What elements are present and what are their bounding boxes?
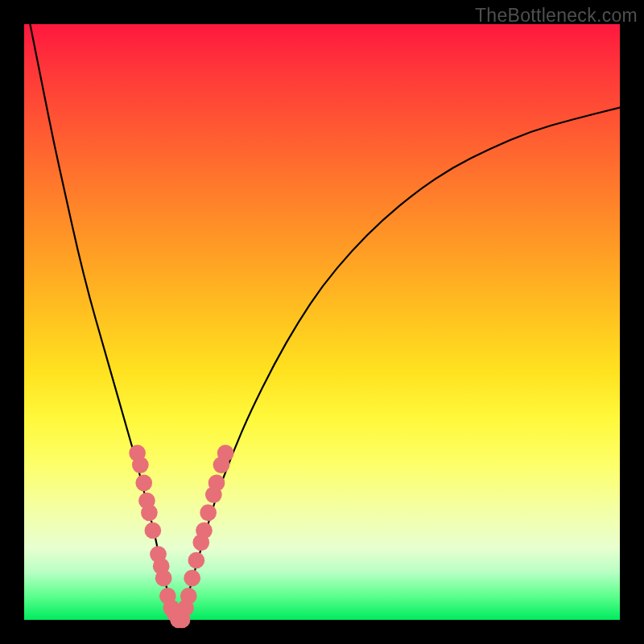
data-point xyxy=(184,570,200,587)
data-point xyxy=(132,456,149,473)
bottleneck-curve xyxy=(30,24,620,617)
data-point xyxy=(196,522,213,539)
data-point xyxy=(208,474,225,491)
data-point xyxy=(200,504,217,521)
data-point xyxy=(135,474,152,491)
data-point xyxy=(155,570,172,587)
data-point xyxy=(217,444,234,461)
data-point xyxy=(180,588,197,605)
watermark-text: TheBottleneck.com xyxy=(475,5,638,27)
chart-frame: TheBottleneck.com xyxy=(0,0,644,644)
data-point xyxy=(141,504,158,521)
chart-svg xyxy=(24,24,620,620)
data-point xyxy=(188,552,205,569)
data-point xyxy=(144,522,161,539)
data-points-group xyxy=(129,444,233,628)
